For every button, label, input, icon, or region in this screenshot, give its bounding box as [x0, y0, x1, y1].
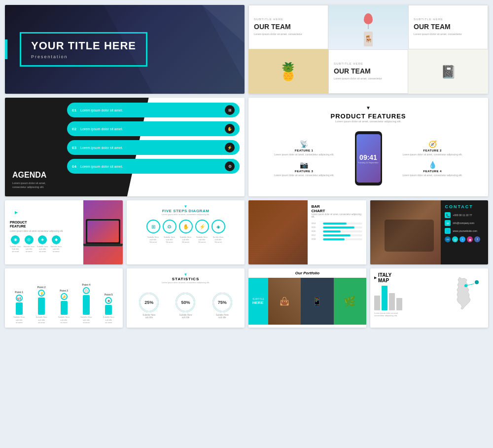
team-card-3: SUBTITLE HERE OUR TEAM Lorem ipsum dolor… [328, 49, 408, 94]
features-desc: Lorem ipsum dolor sit amet, consectetur … [256, 120, 481, 123]
team-title-3: OUR TEAM [334, 67, 403, 75]
features-left: 📡 FEATURE 1 Lorem ipsum dolor sit amet, … [256, 140, 352, 177]
stat-3: 75% Subtitle Heresub title [212, 293, 232, 319]
bar-row-1: 2014 [312, 222, 363, 224]
email-icon: ✉ [445, 220, 451, 226]
map-desc: Lorem ipsum dolor sit ametconsectetur ad… [374, 312, 445, 317]
pf-icon-1: ◉ Subtitle hereSub titlesit amet [10, 235, 21, 253]
notebook-image: 📓 [408, 49, 488, 94]
pf-left: ▶ PRODUCTFEATURE Lorem ipsum dolor sit a… [5, 200, 83, 264]
team-title-2: OUR TEAM [414, 23, 483, 31]
five-steps-header: ▼ FIVE STEPS DIAGRAM Lorem ipsum dolor s… [162, 204, 210, 216]
steps-desc: Lorem ipsum dolor sit amet, consectetur … [162, 213, 210, 216]
agenda-items: 01 Lorem ipsum dolor sit amet. ⊞ 02 Lore… [67, 103, 240, 174]
steps-labels: Subtitle Heresub titleSit amet Subtitle … [146, 236, 225, 243]
contact-slide: CONTACT 📞 +000 00 11 22 77 ✉ info@compan… [370, 200, 488, 264]
portfolio-main: HERE [252, 300, 264, 305]
stat-2: 50% Subtitle Heresub title [176, 293, 195, 319]
website-text: www.yourwebsite.com [453, 229, 477, 232]
team-card-1: SUBTITLE HERE OUR TEAM Lorem ipsum dolor… [248, 5, 328, 49]
pf-title: PRODUCTFEATURE [10, 221, 78, 229]
step-1: ⊞ [146, 220, 160, 233]
pf-desc: Lorem ipsum dolor sit amet consectetur a… [10, 230, 78, 233]
facebook-icon: f [474, 236, 480, 242]
team-balloon-img: 🪑 [328, 5, 408, 49]
agenda-desc: Lorem ipsum dolor sit amet,consectetur a… [12, 181, 46, 189]
stats-circles: 25% Subtitle Heresub title 50% Subtitle … [131, 288, 241, 324]
step-2: ⚙ [163, 220, 176, 233]
main-subtitle: Presentation [31, 54, 136, 59]
agenda-item-2: 02 Lorem ipsum dolor sit amet. ✋ [67, 121, 240, 136]
agenda-icon-1: ⊞ [225, 105, 235, 115]
feature-name-1: FEATURE 1 [256, 149, 352, 152]
portfolio-title: Our Portfolio [248, 268, 366, 278]
map-title: ITALYMAP [378, 272, 391, 283]
team-desc-2: Lorem ipsum dolor sit amet, consectetur [414, 33, 483, 37]
phone-icon: 📞 [445, 212, 451, 218]
map-left: ▶ ITALYMAP Lorem ipsum dolor sit ametcon… [374, 272, 445, 324]
map-bar-2 [382, 286, 387, 310]
pf-icon-4: ◆ Subtitle heresub titlesit amet [50, 235, 61, 253]
team-subtitle-3: SUBTITLE HERE [334, 62, 403, 65]
pf-right [83, 200, 123, 264]
feature-desc-3: Lorem ipsum dolor sit amet, consectetur … [256, 174, 352, 177]
wood-texture [248, 200, 308, 264]
bar-chart-slide: BARCHART Lorem ipsum dolor sit amet, con… [248, 200, 366, 264]
feature-name-4: FEATURE 4 [385, 170, 481, 173]
steps-title: FIVE STEPS DIAGRAM [162, 209, 210, 213]
feature-name-2: FEATURE 2 [385, 149, 481, 152]
team-slide: SUBTITLE HERE OUR TEAM Lorem ipsum dolor… [248, 5, 488, 94]
agenda-item-1: 01 Lorem ipsum dolor sit amet. ⊞ [67, 103, 240, 117]
bar-chart-image [248, 200, 308, 264]
stat-circle-3: 75% [212, 293, 232, 312]
team-subtitle-2: SUBTITLE HERE [414, 18, 483, 21]
feature-icon-4: 💧 [385, 161, 481, 169]
timeline-slide: Point 1 📢 Subtitle Heresub titlesit amet… [5, 268, 123, 328]
steps-arrow-icon: ▼ [162, 204, 210, 209]
social-icons: in ◎ t ◉ f [445, 236, 484, 242]
step-label-2: Subtitle Heresub titleSit amet [163, 236, 176, 243]
feature-2: 🧭 FEATURE 2 Lorem ipsum dolor sit amet, … [385, 140, 481, 156]
agenda-item-4: 04 Lorem ipsum dolor sit amet. ⚙ [67, 159, 240, 174]
bars-container: 2014 2015 2016 2017 2018 [312, 222, 363, 240]
portfolio-img-2: 📱 [301, 278, 333, 325]
agenda-title: AGENDA [12, 171, 46, 180]
map-bar-3 [389, 293, 395, 310]
product-feature-slide: ▶ PRODUCTFEATURE Lorem ipsum dolor sit a… [5, 200, 123, 264]
portfolio-img-3: 🌿 [334, 278, 366, 325]
map-bars [374, 286, 445, 310]
italy-map-slide: ▶ ITALYMAP Lorem ipsum dolor sit ametcon… [370, 268, 488, 328]
step-3: ✋ [179, 220, 193, 233]
feature-name-3: FEATURE 3 [256, 170, 352, 173]
stats-title: STATISTICS [131, 277, 241, 281]
timeline-item-1: Point 1 📢 Subtitle Heresub titlesit amet [9, 272, 29, 324]
timeline-item-5: Point 5 ⚙ Subtitle Heresub titlesit amet [99, 272, 119, 324]
map-triangle-icon: ▶ [374, 276, 377, 280]
stat-label-3: Subtitle Heresub title [212, 314, 232, 319]
stats-arrow-icon: ▼ [131, 272, 241, 277]
step-label-3: Subtitle Heresub titleSit amet [179, 236, 193, 243]
feature-icon-1: 📡 [256, 140, 352, 148]
stats-header: ▼ STATISTICS Lorem ipsum dolor sit amet,… [131, 272, 241, 284]
map-right [445, 272, 484, 324]
agenda-icon-3: ⚡ [225, 143, 235, 152]
statistics-slide: ▼ STATISTICS Lorem ipsum dolor sit amet,… [127, 268, 245, 328]
feature-desc-2: Lorem ipsum dolor sit amet, consectetur … [385, 153, 481, 156]
social-icon-2: ◎ [452, 236, 458, 242]
title-slide: YOUR TITLE HERE Presentation [5, 5, 245, 94]
features-header: ▼ PRODUCT FEATURES Lorem ipsum dolor sit… [256, 105, 481, 123]
tl-circle-1: 📢 [16, 295, 23, 301]
feature-icon-2: 🧭 [385, 140, 481, 148]
timeline-items: Point 1 📢 Subtitle Heresub titlesit amet… [9, 272, 119, 324]
main-title: YOUR TITLE HERE [31, 39, 136, 52]
arrow-icon: ▼ [256, 105, 481, 111]
feature-3: 📷 FEATURE 3 Lorem ipsum dolor sit amet, … [256, 161, 352, 177]
map-bar-1 [374, 296, 380, 310]
feature-1: 📡 FEATURE 1 Lorem ipsum dolor sit amet, … [256, 140, 352, 156]
feature-desc-1: Lorem ipsum dolor sit amet, consectetur … [256, 153, 352, 156]
team-title-1: OUR TEAM [254, 23, 323, 31]
contact-email: ✉ info@company.com [445, 220, 484, 226]
contact-info: CONTACT 📞 +000 00 11 22 77 ✉ info@compan… [441, 200, 488, 264]
bar-row-2: 2015 [312, 226, 363, 228]
laptop-base [83, 244, 123, 246]
